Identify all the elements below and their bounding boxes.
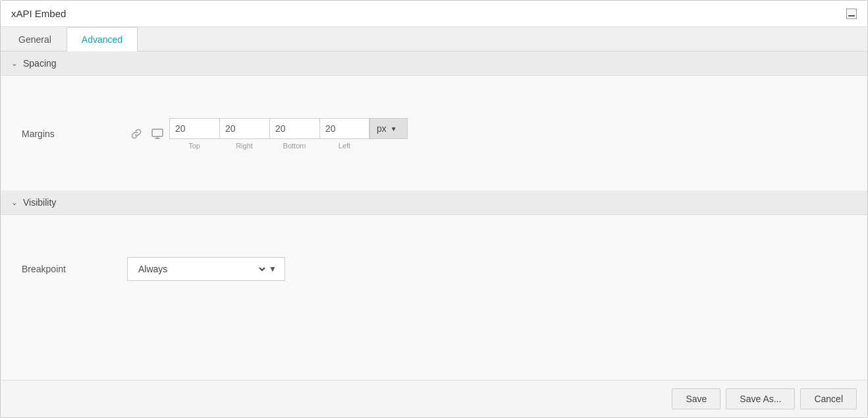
- titlebar: xAPI Embed: [1, 1, 867, 27]
- spacing-section-header[interactable]: ⌄ Spacing: [1, 51, 867, 76]
- margin-bottom-input[interactable]: [269, 118, 319, 139]
- breakpoint-row: Breakpoint Always Desktop Tablet Mobile …: [22, 257, 846, 281]
- cancel-button[interactable]: Cancel: [800, 388, 857, 409]
- tab-advanced[interactable]: Advanced: [67, 27, 138, 51]
- spacing-section-title: Spacing: [23, 58, 57, 69]
- svg-rect-0: [152, 129, 163, 136]
- breakpoint-select-arrow-icon: ▼: [269, 264, 277, 274]
- visibility-chevron-icon: ⌄: [11, 198, 18, 207]
- save-as-button[interactable]: Save As...: [726, 388, 795, 409]
- breakpoint-label: Breakpoint: [22, 264, 127, 274]
- labels-row: Top Right Bottom Left: [169, 139, 369, 150]
- right-label: Right: [219, 142, 269, 150]
- unit-dropdown-arrow-icon: ▼: [391, 125, 397, 133]
- dialog-title: xAPI Embed: [11, 8, 66, 19]
- minimize-button[interactable]: [846, 9, 857, 19]
- monitor-icon[interactable]: [148, 125, 167, 143]
- inputs-row: [169, 118, 369, 139]
- tab-general[interactable]: General: [3, 27, 67, 51]
- visibility-section-title: Visibility: [23, 197, 56, 208]
- top-input-cell: [169, 118, 219, 139]
- spacing-section-content: Margins: [1, 76, 867, 184]
- left-label: Left: [319, 142, 369, 150]
- unit-dropdown[interactable]: px ▼: [369, 118, 408, 139]
- dialog-footer: Save Save As... Cancel: [1, 380, 867, 417]
- top-label: Top: [169, 142, 219, 150]
- dialog: xAPI Embed General Advanced ⌄ Spacing Ma…: [0, 0, 868, 418]
- save-button[interactable]: Save: [672, 388, 720, 409]
- margin-inputs-group: Top Right Bottom Left px ▼: [169, 118, 408, 150]
- bottom-input-cell: [269, 118, 319, 139]
- breakpoint-select[interactable]: Always Desktop Tablet Mobile ▼: [127, 257, 285, 281]
- unit-value: px: [377, 123, 387, 134]
- margins-row: Margins: [22, 118, 846, 150]
- left-input-cell: [319, 118, 369, 139]
- link-icon[interactable]: [127, 125, 146, 143]
- margin-left-input[interactable]: [319, 118, 369, 139]
- margin-right-input[interactable]: [219, 118, 269, 139]
- tabs-bar: General Advanced: [1, 27, 867, 51]
- visibility-section-content: Breakpoint Always Desktop Tablet Mobile …: [1, 215, 867, 342]
- bottom-label: Bottom: [269, 142, 319, 150]
- spacing-chevron-icon: ⌄: [11, 59, 18, 68]
- margins-controls: Top Right Bottom Left px ▼: [127, 118, 408, 150]
- visibility-section-header[interactable]: ⌄ Visibility: [1, 191, 867, 215]
- right-input-cell: [219, 118, 269, 139]
- field-group: Top Right Bottom Left: [169, 118, 369, 150]
- margin-top-input[interactable]: [169, 118, 219, 139]
- margins-label: Margins: [22, 129, 127, 139]
- breakpoint-dropdown[interactable]: Always Desktop Tablet Mobile: [136, 263, 267, 275]
- dialog-body: ⌄ Spacing Margins: [1, 51, 867, 380]
